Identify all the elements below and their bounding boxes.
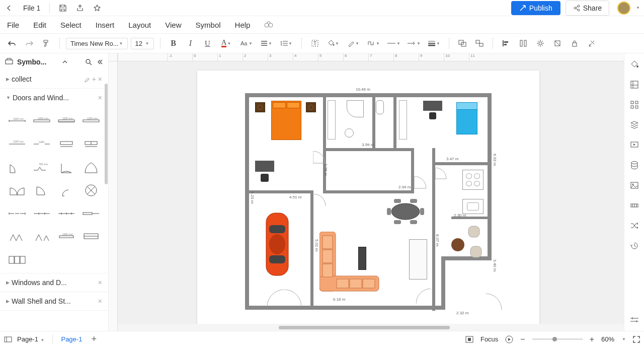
sink[interactable]	[345, 128, 354, 137]
font-select[interactable]: Times New Ro...▼	[66, 38, 128, 49]
shape-empty-2[interactable]	[55, 249, 78, 271]
dining-table[interactable]	[387, 199, 424, 224]
theme-button[interactable]	[627, 57, 641, 72]
menu-select[interactable]: Select	[60, 21, 82, 29]
user-avatar[interactable]	[617, 2, 630, 15]
shape-revolving-door[interactable]	[79, 179, 103, 201]
page-select[interactable]: Page-1 ▼	[12, 333, 49, 345]
add-collect-icon[interactable]: +	[92, 75, 96, 83]
effects-button[interactable]	[533, 36, 547, 50]
shape-wall-1[interactable]: 1200 mm	[5, 110, 29, 132]
sidebar-scrollbar[interactable]	[105, 84, 108, 184]
share-button[interactable]: Share	[566, 1, 609, 16]
shape-window-2[interactable]	[79, 133, 103, 155]
stove[interactable]	[462, 170, 484, 190]
l-sofa[interactable]	[319, 232, 380, 292]
connector-button[interactable]: ▼	[365, 36, 382, 50]
back-button[interactable]	[4, 3, 14, 13]
shape-wall-3[interactable]: 1200 mm	[55, 110, 78, 132]
search-icon[interactable]	[85, 58, 92, 65]
focus-mode-icon[interactable]	[465, 336, 473, 343]
shape-double-door-1[interactable]	[5, 179, 29, 201]
arrow-style-button[interactable]: ▼	[406, 36, 423, 50]
export-icon[interactable]	[76, 4, 84, 12]
menu-help[interactable]: Help	[235, 21, 251, 29]
distribute-button[interactable]	[516, 36, 530, 50]
shape-door-arc[interactable]	[55, 179, 78, 201]
panel-collect[interactable]: ▶ collect + ×	[0, 70, 108, 88]
image-button[interactable]	[627, 178, 641, 192]
bed-master[interactable]	[271, 101, 301, 140]
shape-overhead-door[interactable]	[79, 226, 103, 248]
nightstand-2[interactable]	[306, 102, 316, 112]
publish-button[interactable]: Publish	[511, 1, 560, 15]
shape-sliding-2[interactable]	[30, 202, 53, 225]
settings-toggle-button[interactable]	[627, 313, 641, 327]
undo-button[interactable]	[5, 36, 19, 50]
group-button[interactable]	[455, 36, 469, 50]
close-wallshell-icon[interactable]: ×	[98, 297, 102, 305]
edit-collect-icon[interactable]	[84, 76, 90, 82]
menu-insert[interactable]: Insert	[96, 21, 115, 29]
closet-rail-1[interactable]	[328, 100, 336, 140]
close-windows-icon[interactable]: ×	[98, 279, 102, 287]
shape-bifold-2[interactable]	[30, 226, 53, 248]
close-doors-icon[interactable]: ×	[98, 94, 102, 102]
door-arc-5[interactable]	[416, 289, 433, 306]
bed-single[interactable]	[456, 102, 477, 134]
bold-button[interactable]: B	[167, 36, 181, 50]
canvas-scrollbar-h[interactable]	[118, 325, 624, 331]
align-button[interactable]: ▼	[258, 36, 275, 50]
database-button[interactable]	[627, 158, 641, 172]
zoom-in-button[interactable]: +	[590, 335, 594, 344]
shape-opening-1[interactable]: 1200 mm	[5, 133, 29, 155]
ruler-vertical[interactable]	[109, 61, 118, 331]
garage-door-arc[interactable]	[267, 290, 301, 308]
closet-rail-2[interactable]	[399, 100, 407, 140]
panel-windows[interactable]: ▶ Windows and D... ×	[0, 273, 108, 292]
close-collect-icon[interactable]: ×	[98, 75, 102, 83]
shape-door-1[interactable]	[5, 156, 29, 178]
menu-file[interactable]: File	[7, 21, 19, 29]
page-layout-icon[interactable]	[4, 336, 12, 342]
menu-edit[interactable]: Edit	[33, 21, 46, 29]
pen-button[interactable]: ▼	[345, 36, 362, 50]
nightstand-1[interactable]	[255, 102, 265, 112]
dimension-button[interactable]	[627, 198, 641, 213]
page-tab-1[interactable]: Page-1	[56, 333, 87, 345]
lock-button[interactable]	[568, 36, 582, 50]
binoculars-icon[interactable]	[264, 21, 273, 28]
shape-empty-1[interactable]	[30, 249, 53, 271]
layers-button[interactable]	[627, 78, 641, 92]
coffee-table[interactable]	[451, 238, 464, 251]
shape-double-door-2[interactable]	[30, 179, 53, 201]
add-page-button[interactable]: +	[87, 334, 101, 344]
tv-stand[interactable]	[358, 247, 366, 270]
fullscreen-button[interactable]	[633, 336, 640, 343]
armchair-2[interactable]	[468, 244, 484, 259]
ruler-horizontal[interactable]: -1 0 1 2 3 4 5 6 7 8 9 10 11	[118, 53, 624, 61]
shape-door-3[interactable]	[55, 156, 78, 178]
shape-sliding-3[interactable]	[55, 202, 78, 225]
shape-triple-window[interactable]	[5, 249, 29, 271]
shape-empty-3[interactable]	[79, 249, 103, 271]
menu-layout[interactable]: Layout	[128, 21, 151, 29]
font-size-select[interactable]: 12▼	[131, 38, 154, 49]
floor-plan-drawing[interactable]: 10.48 m	[245, 93, 492, 315]
zoom-slider[interactable]	[532, 338, 583, 340]
shape-opening-2[interactable]: 1400	[30, 133, 53, 155]
font-color-button[interactable]: A▼	[218, 36, 235, 50]
ungroup-button[interactable]	[472, 36, 487, 50]
shape-wall-4[interactable]: 1200 mm	[79, 110, 103, 132]
menu-view[interactable]: View	[165, 21, 181, 29]
star-icon[interactable]	[93, 4, 101, 12]
line-weight-button[interactable]: ▼	[426, 36, 443, 50]
tools-button[interactable]	[585, 36, 599, 50]
italic-button[interactable]: I	[184, 36, 198, 50]
line-spacing-button[interactable]: ▼	[278, 36, 295, 50]
shower[interactable]	[347, 100, 364, 117]
collapse-sidebar-icon[interactable]	[96, 59, 103, 65]
fill-button[interactable]: ▼	[325, 36, 342, 50]
panel-doors[interactable]: ▼ Doors and Wind... ×	[0, 89, 108, 107]
zoom-dropdown[interactable]: ▼	[622, 337, 626, 341]
